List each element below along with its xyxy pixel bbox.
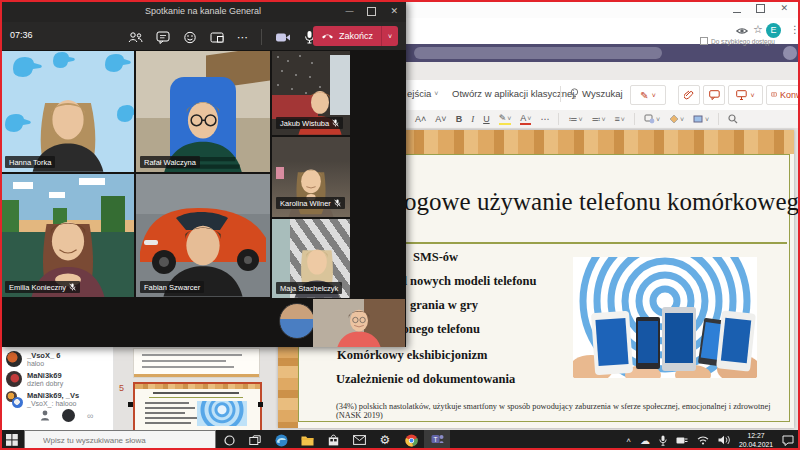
tray-microphone-icon[interactable]: [659, 435, 667, 446]
tell-me-search-button[interactable]: Wyszukaj: [570, 88, 623, 99]
taskbar-clock[interactable]: 12:27 20.04.2021: [739, 431, 773, 449]
person-icon[interactable]: [40, 410, 50, 421]
find-button[interactable]: [728, 114, 738, 124]
lightbulb-icon: [570, 88, 579, 99]
video-tile-jakub-wistuba[interactable]: Jakub Wistuba: [272, 51, 350, 135]
slide-bullet[interactable]: zonego telefonu: [397, 322, 480, 337]
present-button[interactable]: ˅: [728, 85, 763, 105]
bold-button[interactable]: B: [456, 114, 463, 124]
shrink-font-button[interactable]: A˅: [435, 114, 446, 124]
video-tile-teacher[interactable]: [313, 299, 405, 347]
alignment-button[interactable]: ≡˅: [615, 114, 625, 124]
office-account-avatar[interactable]: [783, 46, 797, 60]
volume-icon[interactable]: [718, 435, 730, 445]
store-icon[interactable]: [320, 430, 346, 450]
browser-profile-avatar[interactable]: E: [766, 23, 781, 38]
more-options-icon[interactable]: ⋯: [237, 32, 248, 42]
underline-button[interactable]: U: [483, 114, 490, 124]
chevron-down-icon: ˅: [750, 92, 754, 99]
teams-meeting-toolbar: 07:36 ⋯ Zakończ ˅: [0, 22, 406, 50]
numbered-list-button[interactable]: ≕˅: [591, 114, 605, 124]
video-tile-maja-stachelczyk[interactable]: Maja Stachelczyk: [272, 219, 350, 298]
onedrive-cloud-icon[interactable]: ☁: [640, 435, 650, 446]
end-meeting-button[interactable]: Zakończ ˅: [313, 26, 398, 46]
reactions-icon[interactable]: [183, 31, 197, 44]
task-view-icon[interactable]: [242, 430, 268, 450]
start-button[interactable]: [0, 434, 24, 446]
tray-expand-icon[interactable]: ˄: [626, 436, 631, 445]
teams-maximize-icon[interactable]: [367, 7, 376, 16]
mail-icon[interactable]: [346, 430, 372, 450]
chrome-icon[interactable]: [398, 430, 424, 450]
video-tile-hanna-torka[interactable]: Hanna Torka: [1, 51, 134, 172]
chat-bubble-icon: [771, 90, 777, 100]
bookmark-star-icon[interactable]: ☆: [753, 23, 763, 36]
chat-conversation-item[interactable]: _VsoX_ 6 haloo: [6, 351, 60, 367]
meeting-elapsed-time: 07:36: [10, 30, 33, 40]
italic-button[interactable]: I: [471, 114, 474, 124]
breakout-rooms-icon[interactable]: [210, 31, 224, 44]
video-tile-emilia-konieczny[interactable]: Emilia Konieczny: [1, 174, 134, 297]
slide-thumbnail-5-selected[interactable]: [133, 382, 262, 433]
cortana-icon[interactable]: [216, 430, 242, 450]
slide-bullet[interactable]: Komórkowy ekshibicjonizm: [337, 348, 487, 363]
grow-font-button[interactable]: A˄: [415, 114, 426, 124]
infinity-icon[interactable]: ∞: [87, 411, 93, 421]
action-center-icon[interactable]: [782, 435, 794, 446]
chat-conversation-item[interactable]: MaNi3k69 dzień dobry: [6, 371, 63, 387]
shapes-button[interactable]: ˅: [644, 114, 660, 124]
draw-pen-button[interactable]: ✎ ˅: [630, 85, 666, 105]
participant-avatar-bubble[interactable]: [279, 303, 315, 339]
slide-bullet[interactable]: d nowych modeli telefonu: [400, 274, 536, 289]
video-tile-fabian-szwarcer[interactable]: Fabian Szwarcer: [136, 174, 270, 297]
browser-menu-icon[interactable]: ⋮: [790, 24, 800, 35]
settings-gear-icon[interactable]: ⚙: [372, 430, 398, 450]
open-in-desktop-app-button[interactable]: Otwórz w aplikacji klasycznej: [452, 88, 574, 99]
browser-maximize-icon[interactable]: [756, 4, 765, 13]
selection-handle-left[interactable]: [128, 402, 133, 407]
camera-icon[interactable]: [275, 31, 291, 44]
participants-icon[interactable]: [128, 31, 143, 44]
teams-window-title: Spotkanie na kanale General: [145, 6, 261, 16]
taskbar-search-input[interactable]: [24, 430, 216, 450]
browser-close-icon[interactable]: ✕: [780, 4, 788, 13]
file-explorer-icon[interactable]: [294, 430, 320, 450]
teams-close-icon[interactable]: ✕: [390, 0, 398, 22]
shape-outline-button[interactable]: ˅: [693, 114, 709, 124]
edge-icon[interactable]: [268, 430, 294, 450]
selection-handle-right[interactable]: [258, 402, 263, 407]
bullet-list-button[interactable]: ≔˅: [568, 114, 582, 124]
attach-button[interactable]: [678, 85, 700, 105]
discord-icon[interactable]: [62, 409, 75, 422]
video-tile-karolina-wilner[interactable]: Karolina Wilner: [272, 137, 350, 217]
video-tile-rafal-walczyna[interactable]: Rafał Walczyna: [136, 51, 270, 172]
shape-fill-button[interactable]: ˅: [669, 114, 684, 124]
more-formatting-button[interactable]: ⋯: [540, 114, 549, 124]
slide-image-phones[interactable]: [573, 257, 757, 378]
chat-icon[interactable]: [156, 31, 170, 44]
reading-mode-eye-icon[interactable]: [735, 24, 749, 38]
wifi-icon[interactable]: [697, 436, 709, 445]
browser-minimize-icon[interactable]: [733, 4, 741, 13]
shape-icon: [644, 114, 655, 124]
slide-title[interactable]: ogowe używanie telefonu komórkowego: [404, 188, 800, 216]
comments-button[interactable]: [703, 85, 725, 105]
teams-minimize-icon[interactable]: —: [345, 0, 353, 22]
conversation-button[interactable]: Konwers: [766, 85, 800, 105]
office-search-box[interactable]: [414, 47, 662, 59]
slide-bullet[interactable]: grania w gry: [410, 298, 478, 313]
ribbon-tab[interactable]: ejścia ˅: [407, 88, 438, 99]
slide-thumbnail-4[interactable]: [133, 348, 260, 378]
slide-bullet[interactable]: Uzależnienie od dokumentowania: [336, 372, 515, 387]
magnifier-icon: [728, 114, 738, 124]
participant-name-label: Karolina Wilner: [276, 197, 345, 209]
highlight-button[interactable]: ✎˅: [499, 113, 512, 125]
font-color-button[interactable]: A˅: [520, 113, 531, 125]
bookmark-hint[interactable]: Do szybkiego dostępu: [700, 37, 775, 45]
slide-bullet[interactable]: SMS-ów: [413, 250, 458, 265]
teams-taskbar-icon[interactable]: T: [424, 430, 450, 450]
slide-footnote[interactable]: (34%) polskich nastolatków, użytkuje sma…: [336, 402, 788, 420]
chat-conversation-item[interactable]: MaNi3k69, _Vs _VsoX_: halooo: [6, 391, 79, 407]
tray-device-icon[interactable]: [676, 436, 688, 445]
end-meeting-options-chevron[interactable]: ˅: [381, 26, 398, 46]
